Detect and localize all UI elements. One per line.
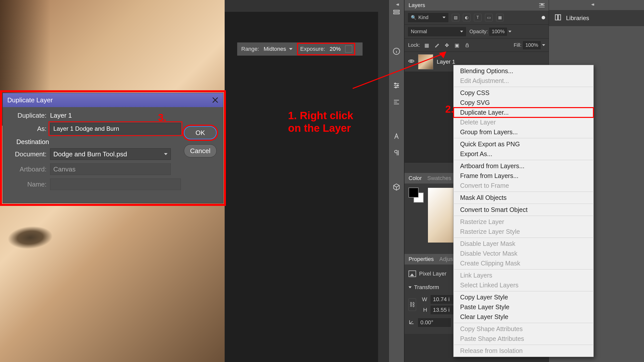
pixel-layer-icon [409,270,416,277]
document-select[interactable]: Dodge and Burn Tool.psd [50,148,171,160]
link-wh-icon[interactable]: ⛓ [409,298,416,311]
context-menu-item: Rasterize Layer Style [454,227,593,237]
character-icon[interactable] [392,132,401,141]
layers-blend-row: Normal Opacity: 100% [405,25,549,39]
context-menu-item[interactable]: Convert to Smart Object [454,205,593,215]
dialog-title: Duplicate Layer [7,96,53,104]
annotation-step3-number: 3. [158,112,166,123]
annotation-step1: 1. Right click on the Layer [288,109,353,135]
canvas-pasteboard [225,12,378,362]
menu-separator [454,138,593,138]
libraries-label: Libraries [566,15,589,22]
filter-smart-icon[interactable]: ▦ [496,14,504,21]
chevron-down-icon [460,31,463,32]
angle-icon [409,319,415,326]
context-menu-item[interactable]: Export As... [454,149,593,159]
exposure-stepper[interactable] [345,46,352,53]
libraries-button[interactable]: Libraries [549,10,644,26]
filter-shape-icon[interactable]: ▭ [485,14,493,21]
range-select[interactable]: Midtones [262,45,295,53]
libraries-icon [554,13,562,23]
cancel-button[interactable]: Cancel [184,144,217,157]
collapse-handle-icon[interactable]: ◂◂ [396,2,397,7]
svg-rect-16 [555,15,557,20]
context-menu-item[interactable]: Mask All Objects [454,193,593,203]
lock-artboard-icon[interactable]: ▣ [454,42,460,49]
collapse-handle-icon[interactable]: ◂◂ [591,2,593,7]
duplicate-value: Layer 1 [50,112,72,119]
opacity-label: Opacity: [469,29,488,34]
context-menu-item[interactable]: Blending Options... [454,66,593,76]
h-label: H [420,307,427,313]
menu-separator [454,269,593,269]
context-menu-item: Rasterize Layer [454,217,593,227]
context-menu-item: Disable Vector Mask [454,249,593,258]
context-menu-item[interactable]: Clear Layer Style [454,312,593,322]
fill-value[interactable]: 100% [523,41,541,49]
close-icon[interactable] [212,97,219,104]
lock-move-icon[interactable]: ✥ [444,42,450,49]
layers-filter-row: 🔍 Kind ▧ ◐ T ▭ ▦ [405,11,549,25]
transform-label: Transform [414,284,439,291]
context-menu-item[interactable]: Quick Export as PNG [454,139,593,149]
tab-swatches[interactable]: Swatches [427,175,451,182]
context-menu-item: Release from Isolation [454,346,593,356]
lock-brush-icon[interactable] [434,42,440,49]
menu-separator [454,345,593,345]
svg-rect-1 [394,13,399,14]
menu-separator [454,291,593,291]
filter-adjust-icon[interactable]: ◐ [463,14,470,21]
tab-color[interactable]: Color [409,175,422,182]
fill-field[interactable]: Fill: 100% [514,41,545,49]
lock-all-icon[interactable] [464,42,470,49]
context-menu-item[interactable]: Group from Layers... [454,127,593,137]
3d-icon[interactable] [392,183,401,192]
context-menu-item[interactable]: Paste Layer Style [454,302,593,312]
collapsed-panel-strip [389,0,404,362]
paragraph-styles-icon[interactable] [392,98,401,107]
menu-separator [454,238,593,238]
context-menu-item: Paste Shape Attributes [454,334,593,344]
dialog-titlebar[interactable]: Duplicate Layer [3,93,223,107]
name-label: Name: [9,180,47,188]
annotation-step2-number: 2. [445,104,454,115]
menu-separator [454,160,593,160]
exposure-value[interactable]: 20% [328,46,343,52]
opacity-value[interactable]: 100% [489,28,507,36]
lock-transparent-icon[interactable]: ▦ [424,42,430,49]
dialog-body: Duplicate: Layer 1 As: Destination Docum… [3,107,223,198]
filter-toggle[interactable] [542,16,545,19]
blend-mode-select[interactable]: Normal [408,27,466,36]
layer-filter-kind[interactable]: 🔍 Kind [408,13,448,22]
info-icon[interactable] [392,47,401,56]
tab-layers[interactable]: Layers [409,2,425,9]
ok-button[interactable]: OK [184,126,217,139]
duplicate-label: Duplicate: [9,112,47,119]
tab-properties[interactable]: Properties [409,256,434,262]
artboard-select: Canvas [50,163,171,175]
adjust-icon[interactable] [392,81,401,90]
context-menu-item[interactable]: Frame from Layers... [454,171,593,181]
filter-pixel-icon[interactable]: ▧ [452,14,459,21]
context-menu-item[interactable]: Copy CSS [454,88,593,98]
chevron-down-icon [164,153,168,155]
paragraph-icon[interactable] [392,148,401,157]
context-menu-item[interactable]: Copy SVG [454,98,593,108]
filter-type-icon[interactable]: T [474,14,481,21]
collapse-handle-icon[interactable]: ▸▸ [541,2,542,7]
opacity-field[interactable]: Opacity: 100% [469,28,511,36]
fg-bg-swatches[interactable] [409,188,424,203]
dialog-buttons: OK Cancel [184,126,217,157]
context-menu-item[interactable]: Artboard from Layers... [454,161,593,171]
exposure-group: Exposure: 20% [297,43,355,55]
context-menu-item: Edit Adjustment... [454,76,593,86]
w-label: W [420,296,427,303]
layer-name[interactable]: Layer 1 [437,59,455,65]
angle-value[interactable]: 0.00° [418,318,451,327]
chevron-down-icon [442,17,446,18]
as-input[interactable] [50,123,181,134]
context-menu-item[interactable]: Duplicate Layer... [454,108,593,117]
context-menu-item[interactable]: Copy Layer Style [454,292,593,302]
history-icon[interactable] [392,8,401,17]
foreground-swatch[interactable] [409,188,419,198]
